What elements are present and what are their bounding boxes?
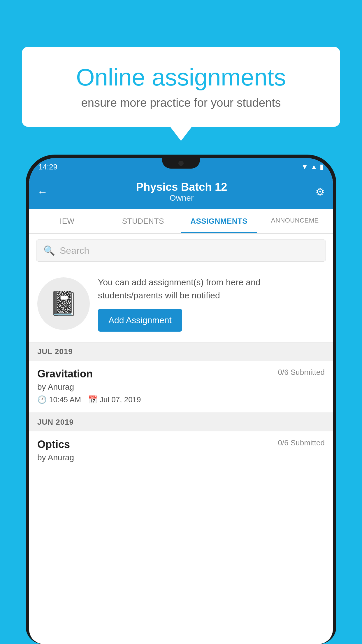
assignment-item-gravitation[interactable]: Gravitation 0/6 Submitted by Anurag 🕐 10… bbox=[29, 361, 333, 413]
speech-bubble-subtitle: ensure more practice for your students bbox=[42, 96, 320, 109]
assignment-meta-gravitation: 🕐 10:45 AM 📅 Jul 07, 2019 bbox=[37, 395, 325, 404]
search-container: 🔍 Search bbox=[29, 234, 333, 267]
search-placeholder: Search bbox=[60, 245, 89, 256]
meta-date-gravitation: 📅 Jul 07, 2019 bbox=[88, 395, 141, 404]
phone-inner: 14:29 ▼ ▲ ▮ ← Physics Batch 12 Owner ⚙ I… bbox=[29, 158, 333, 644]
speech-bubble-title: Online assignments bbox=[42, 64, 320, 90]
assignment-item-header: Gravitation 0/6 Submitted bbox=[37, 368, 325, 380]
search-bar[interactable]: 🔍 Search bbox=[36, 239, 326, 262]
app-header: ← Physics Batch 12 Owner ⚙ bbox=[29, 176, 333, 209]
screen-content: ← Physics Batch 12 Owner ⚙ IEW STUDENTS … bbox=[29, 176, 333, 644]
assignment-submitted-gravitation: 0/6 Submitted bbox=[278, 368, 325, 377]
assignment-date-gravitation: Jul 07, 2019 bbox=[100, 395, 141, 404]
notebook-icon: 📓 bbox=[49, 290, 78, 317]
header-title: Physics Batch 12 bbox=[48, 181, 315, 193]
tab-assignments[interactable]: ASSIGNMENTS bbox=[181, 209, 257, 233]
add-assignment-button[interactable]: Add Assignment bbox=[98, 309, 182, 332]
tab-iew[interactable]: IEW bbox=[29, 209, 105, 233]
info-text-area: You can add assignment(s) from here and … bbox=[98, 276, 325, 332]
phone-frame: 14:29 ▼ ▲ ▮ ← Physics Batch 12 Owner ⚙ I… bbox=[26, 155, 336, 644]
assignment-author-optics: by Anurag bbox=[37, 453, 325, 462]
clock-icon: 🕐 bbox=[37, 395, 47, 404]
info-card: 📓 You can add assignment(s) from here an… bbox=[29, 267, 333, 342]
section-header-jun: JUN 2019 bbox=[29, 413, 333, 431]
info-description: You can add assignment(s) from here and … bbox=[98, 276, 325, 302]
assignment-icon-circle: 📓 bbox=[37, 277, 90, 330]
signal-icon: ▲ bbox=[310, 163, 317, 171]
tabs-container: IEW STUDENTS ASSIGNMENTS ANNOUNCEME bbox=[29, 209, 333, 234]
search-icon: 🔍 bbox=[43, 245, 55, 256]
status-time: 14:29 bbox=[38, 162, 57, 172]
phone-notch bbox=[162, 158, 200, 169]
assignment-submitted-optics: 0/6 Submitted bbox=[278, 438, 325, 447]
header-subtitle: Owner bbox=[48, 193, 315, 203]
battery-icon: ▮ bbox=[320, 163, 324, 171]
section-header-jul: JUL 2019 bbox=[29, 342, 333, 361]
speech-bubble: Online assignments ensure more practice … bbox=[22, 47, 340, 127]
header-title-area: Physics Batch 12 Owner bbox=[48, 181, 315, 203]
wifi-icon: ▼ bbox=[301, 163, 308, 171]
assignment-time-gravitation: 10:45 AM bbox=[49, 395, 81, 404]
assignment-author-gravitation: by Anurag bbox=[37, 382, 325, 392]
calendar-icon: 📅 bbox=[88, 395, 97, 404]
back-button[interactable]: ← bbox=[37, 186, 48, 198]
assignment-item-optics[interactable]: Optics 0/6 Submitted by Anurag bbox=[29, 431, 333, 474]
speech-bubble-container: Online assignments ensure more practice … bbox=[22, 47, 340, 127]
assignment-item-header-optics: Optics 0/6 Submitted bbox=[37, 438, 325, 451]
meta-time-gravitation: 🕐 10:45 AM bbox=[37, 395, 81, 404]
status-icons: ▼ ▲ ▮ bbox=[301, 163, 324, 171]
front-camera bbox=[178, 161, 184, 166]
assignment-title-optics: Optics bbox=[37, 438, 70, 451]
tab-announcements[interactable]: ANNOUNCEME bbox=[257, 209, 333, 233]
settings-icon[interactable]: ⚙ bbox=[315, 186, 325, 198]
tab-students[interactable]: STUDENTS bbox=[105, 209, 181, 233]
assignment-title-gravitation: Gravitation bbox=[37, 368, 93, 380]
